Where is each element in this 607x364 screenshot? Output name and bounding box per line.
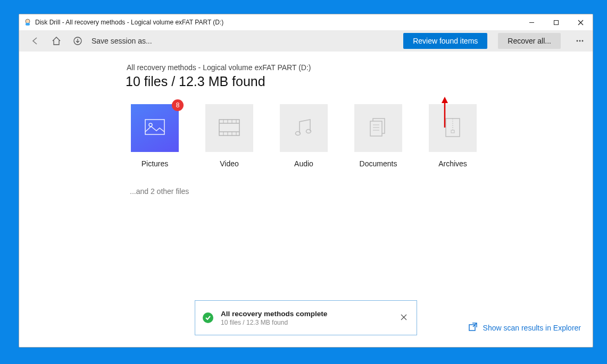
toast-subtitle: 10 files / 12.3 MB found: [221, 319, 391, 326]
review-found-items-button[interactable]: Review found items: [403, 33, 487, 49]
category-row: 8 Pictures Video Audio Docu: [126, 104, 593, 168]
svg-point-7: [577, 40, 578, 42]
save-session-icon[interactable]: [70, 33, 85, 48]
app-icon: [23, 18, 32, 27]
home-button[interactable]: [49, 33, 64, 48]
svg-point-0: [26, 19, 30, 23]
svg-point-9: [582, 40, 584, 42]
category-pictures[interactable]: 8 Pictures: [131, 104, 179, 168]
other-files-text: ...and 2 other files: [126, 187, 593, 196]
category-documents[interactable]: Documents: [354, 104, 402, 168]
badge-pictures: 8: [172, 99, 184, 111]
tile-documents: [354, 104, 402, 152]
recover-all-button[interactable]: Recover all...: [498, 33, 561, 49]
show-in-explorer-link[interactable]: Show scan results in Explorer: [468, 322, 581, 333]
headline: 10 files / 12.3 MB found: [126, 74, 593, 89]
svg-rect-10: [145, 120, 164, 134]
app-window: Disk Drill - All recovery methods - Logi…: [19, 14, 593, 348]
more-button[interactable]: [572, 33, 587, 48]
back-button[interactable]: [28, 33, 43, 48]
check-icon: [203, 312, 213, 323]
close-button[interactable]: [568, 14, 593, 30]
label-audio: Audio: [294, 159, 313, 168]
titlebar: Disk Drill - All recovery methods - Logi…: [19, 14, 593, 30]
svg-point-8: [579, 40, 581, 42]
toast-close-button[interactable]: [398, 311, 409, 325]
label-archives: Archives: [438, 159, 467, 168]
label-documents: Documents: [360, 159, 397, 168]
svg-rect-32: [451, 130, 454, 133]
label-video: Video: [220, 159, 239, 168]
svg-rect-1: [26, 23, 30, 26]
tile-audio: [280, 104, 328, 152]
main-content: All recovery methods - Logical volume ex…: [19, 52, 593, 347]
breadcrumb: All recovery methods - Logical volume ex…: [126, 63, 593, 72]
svg-rect-3: [554, 20, 558, 24]
label-pictures: Pictures: [142, 159, 169, 168]
toast-title: All recovery methods complete: [221, 310, 391, 318]
show-in-explorer-label: Show scan results in Explorer: [483, 324, 581, 332]
tile-archives: [429, 104, 477, 152]
save-session-label[interactable]: Save session as...: [92, 37, 152, 45]
tile-video: [205, 104, 253, 152]
tile-pictures: 8: [131, 104, 179, 152]
category-video[interactable]: Video: [205, 104, 253, 168]
category-archives[interactable]: Archives: [429, 104, 477, 168]
window-controls: [519, 14, 593, 30]
svg-point-11: [149, 123, 152, 126]
toolbar: Save session as... Review found items Re…: [19, 30, 593, 52]
window-title: Disk Drill - All recovery methods - Logi…: [35, 19, 519, 26]
open-external-icon: [468, 322, 478, 333]
category-audio[interactable]: Audio: [280, 104, 328, 168]
completion-toast: All recovery methods complete 10 files /…: [195, 300, 417, 335]
svg-rect-26: [370, 121, 382, 136]
svg-marker-34: [442, 97, 448, 103]
maximize-button[interactable]: [544, 14, 568, 30]
minimize-button[interactable]: [519, 14, 544, 30]
